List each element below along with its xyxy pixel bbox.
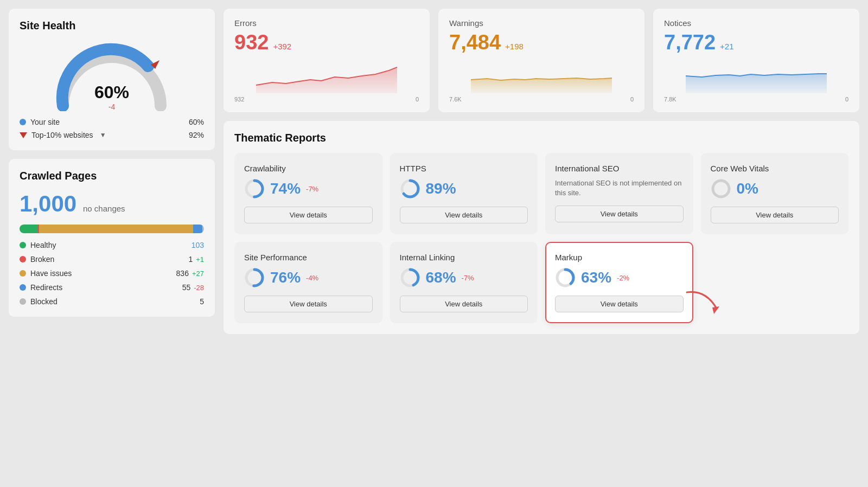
crawlability-view-details[interactable]: View details [244,207,373,223]
warnings-card: Warnings 7,484 +198 7.6K [438,9,644,112]
crawled-pages-card: Crawled Pages 1,000 no changes Healthy [9,159,215,317]
errors-value: 932 [234,31,269,54]
warnings-chart [449,61,634,93]
crawlability-card: Crawlability 74% -7% View details [234,153,382,234]
internal-linking-title: Internal Linking [400,253,528,262]
errors-card: Errors 932 +392 932 [224,9,430,112]
issues-dot [20,270,26,277]
core-web-vitals-donut [711,178,731,199]
errors-chart [234,61,419,93]
internal-linking-card: Internal Linking 68% -7% View details [390,242,538,323]
reports-grid: Crawlability 74% -7% View details HTTPS [234,153,848,323]
crawled-count-row: 1,000 no changes [20,191,204,217]
international-seo-title: International SEO [555,164,684,173]
https-score-row: 89% [400,178,528,199]
progress-issues [39,225,193,233]
gauge-change: -4 [94,102,129,111]
warnings-change: +198 [505,42,524,51]
core-web-vitals-score-row: 0% [711,178,839,199]
metrics-row: Errors 932 +392 932 [224,9,859,112]
internal-linking-view-details[interactable]: View details [400,296,528,312]
site-performance-score-row: 76% -4% [244,267,373,288]
top-sites-label: Top-10% websites [31,131,93,139]
warnings-value: 7,484 [449,31,501,54]
crawlability-donut [244,178,265,199]
internal-linking-score-row: 68% -7% [400,267,528,288]
site-performance-donut [244,267,265,288]
issues-value: 836 [176,269,189,278]
progress-bar [20,225,204,233]
top-sites-icon [20,132,27,138]
your-site-label: Your site [30,118,60,126]
notices-axis-bottom: 0 [845,96,848,102]
notices-change: +21 [720,42,733,51]
legend-top-sites: Top-10% websites ▼ 92% [20,131,204,139]
healthy-dot [20,242,26,248]
errors-axis-bottom: 0 [416,96,419,102]
crawlability-score: 74% [270,180,301,197]
arrow-annotation [684,287,722,317]
redirects-dot [20,284,26,291]
top-sites-dropdown[interactable]: ▼ [100,131,106,139]
warnings-axis: 7.6K 0 [449,96,634,102]
notices-label: Notices [664,18,848,28]
core-web-vitals-card: Core Web Vitals 0% View details [701,153,849,234]
crawlability-change: -7% [306,185,318,193]
redirects-value: 55 [182,283,191,292]
internal-linking-donut [400,267,420,288]
progress-healthy [20,225,38,233]
dashboard: Site Health 60% -4 [9,9,859,343]
warnings-axis-bottom: 0 [630,96,634,102]
gauge-container: 60% -4 [20,41,204,111]
internal-linking-score: 68% [426,269,456,286]
progress-blocked [202,225,204,233]
international-seo-view-details[interactable]: View details [555,206,684,222]
top-sites-value: 92% [189,131,204,139]
site-performance-title: Site Performance [244,253,373,262]
https-score: 89% [426,180,456,197]
your-site-value: 60% [189,118,204,126]
markup-view-details[interactable]: View details [555,296,684,312]
crawled-count: 1,000 [20,191,76,216]
broken-change: +1 [196,255,204,264]
crawled-no-changes: no changes [83,204,125,213]
https-view-details[interactable]: View details [400,207,528,223]
crawled-blocked-row: Blocked 5 [20,297,204,306]
crawled-healthy-row: Healthy 103 [20,241,204,249]
core-web-vitals-title: Core Web Vitals [711,164,839,173]
crawled-issues-row: Have issues 836 +27 [20,269,204,278]
errors-change: +392 [273,42,291,51]
redirects-change: -28 [194,284,204,292]
blocked-value: 5 [200,297,204,306]
markup-score-row: 63% -2% [555,267,684,288]
errors-axis-top: 932 [234,96,244,102]
https-title: HTTPS [400,164,528,173]
broken-value: 1 [188,255,193,264]
site-health-title: Site Health [20,20,204,32]
thematic-reports-title: Thematic Reports [234,132,848,144]
crawled-legend: Healthy 103 Broken 1 +1 [20,241,204,306]
legend-your-site: Your site 60% [20,118,204,126]
internal-linking-change: -7% [462,274,474,282]
healthy-value: 103 [192,241,204,249]
notices-axis-top: 7.8K [664,96,676,102]
left-panel: Site Health 60% -4 [9,9,215,334]
issues-label: Have issues [30,269,72,278]
site-performance-view-details[interactable]: View details [244,296,373,312]
notices-card: Notices 7,772 +21 7.8K [653,9,859,112]
site-performance-card: Site Performance 76% -4% View details [234,242,382,323]
warnings-value-row: 7,484 +198 [449,31,634,54]
broken-dot [20,256,26,262]
notices-chart [664,61,848,93]
core-web-vitals-view-details[interactable]: View details [711,207,839,223]
warnings-label: Warnings [449,18,634,28]
errors-value-row: 932 +392 [234,31,419,54]
https-donut [400,178,420,199]
markup-change: -2% [617,274,629,282]
blocked-label: Blocked [30,297,58,306]
notices-value-row: 7,772 +21 [664,31,848,54]
issues-change: +27 [192,270,204,278]
crawlability-title: Crawlability [244,164,373,173]
notices-value: 7,772 [664,31,716,54]
international-seo-description: International SEO is not implemented on … [555,178,684,198]
